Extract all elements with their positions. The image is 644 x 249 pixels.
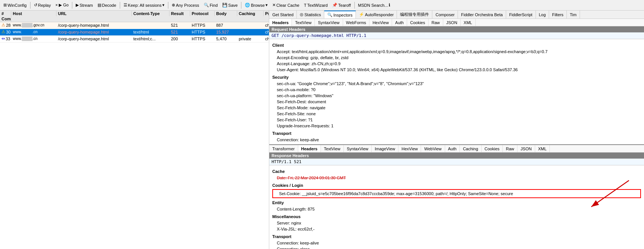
response-headers-content: Cache Date: Fri, 22 Mar 2024 09:01:30 GM… (269, 165, 644, 249)
session-list-panel: # Host URL Content-Type Result Protocol … (0, 11, 269, 249)
header-resp-connection-1: Connection: keep-alive (272, 240, 641, 246)
resp-tab-transformer[interactable]: Transformer (269, 145, 298, 152)
resp-tab-cookies[interactable]: Cookies (482, 145, 503, 152)
insp-tab-textview[interactable]: TextView (292, 19, 315, 26)
tearoff-icon: 📌 (332, 3, 337, 8)
stream-button[interactable]: ▶ Stream (74, 2, 95, 8)
cell-host: www.████.cn (11, 29, 56, 34)
transport-section-label: Transport (272, 130, 641, 136)
cell-host: www.████.cn (11, 36, 56, 41)
keep-sessions-button[interactable]: ☰ Keep: All sessions ▾ (122, 2, 166, 8)
header-sec-ch-ua: sec-ch-ua: "Google Chrome";v="123", "Not… (272, 81, 641, 87)
header-sec-fetch-site: Sec-Fetch-Site: none (272, 111, 641, 117)
request-panel: Request Headers GET /corp-query-homepage… (269, 26, 644, 145)
tearoff-button[interactable]: 📌 Tearoff (330, 2, 353, 8)
cell-url: /corp-query-homepage.html (56, 23, 132, 28)
resp-tab-imageview[interactable]: ImageView (372, 145, 398, 152)
col-url: URL (56, 11, 132, 16)
resp-tab-xml[interactable]: XML (535, 145, 550, 152)
cell-content-type: text/html;c... (132, 36, 169, 41)
browse-button[interactable]: 🌐 Browse ▾ (243, 2, 270, 8)
save-icon: 💾 (222, 3, 227, 8)
keep-dropdown-icon: ▾ (162, 3, 165, 8)
decode-button[interactable]: ▤ Decode (96, 2, 118, 8)
statistics-icon: ◎ (300, 12, 304, 17)
resp-tab-json[interactable]: JSON (517, 145, 535, 152)
tab-inspectors[interactable]: 🔍 Inspectors (324, 11, 356, 18)
col-num: # (0, 11, 11, 16)
any-process-button[interactable]: ⊕ Any Process (170, 2, 201, 8)
inspector-panel: Get Started ◎ Statistics 🔍 Inspectors ⚡ … (269, 11, 644, 249)
tab-fiddler-orchestra[interactable]: Fiddler Orchestra Beta (458, 11, 506, 18)
clear-cache-button[interactable]: ✕ Clear Cache (270, 2, 301, 8)
winconfig-icon: ⊞ (3, 3, 7, 8)
process-icon: ⊕ (172, 3, 175, 8)
insp-tab-hexview[interactable]: HexView (369, 19, 392, 26)
header-date: Date: Fri, 22 Mar 2024 09:01:30 GMT (272, 175, 641, 181)
tab-composer[interactable]: Composer (432, 11, 458, 18)
insp-tab-headers[interactable]: Headers (269, 19, 292, 26)
toolbar-separator-6 (354, 2, 355, 9)
insp-tab-json[interactable]: JSON (443, 19, 461, 26)
request-url-line: GET /corp-query-homepage.html HTTP/1.1 (269, 32, 644, 39)
go-button[interactable]: × ▶ Go (53, 2, 70, 8)
clear-icon: ✕ (272, 3, 276, 8)
replay-button[interactable]: ↺ Replay (32, 2, 53, 8)
save-button[interactable]: 💾 Save (220, 2, 240, 8)
tab-biancheng[interactable]: 编程猫专用插件 (397, 11, 432, 18)
warning-icon: ⚠ (2, 29, 5, 34)
header-accept-language: Accept-Language: zh-CN,zh;q=0.9 (272, 61, 641, 67)
textwizard-icon: T (304, 3, 307, 8)
cell-url: /corp-query-homepage.html (56, 36, 132, 41)
resp-tab-caching[interactable]: Caching (460, 145, 481, 152)
cell-comment (0, 28, 11, 29)
resp-tab-hexview[interactable]: HexView (398, 145, 421, 152)
insp-tab-auth[interactable]: Auth (392, 19, 407, 26)
msdn-search-input-container[interactable]: MSDN Search... ℹ (356, 2, 392, 8)
toolbar-separator-2 (72, 2, 72, 9)
msdn-info-icon: ℹ (389, 3, 390, 8)
header-sec-ch-ua-platform: sec-ch-ua-platform: "Windows" (272, 93, 641, 99)
decode-icon: ▤ (98, 3, 101, 8)
header-set-cookie: Set-Cookie: __jsluid_s=e5c705bee16f96da7… (275, 191, 639, 197)
cell-result: 200 (169, 36, 190, 41)
session-list: ⚠ 28 www.████.gov.cn /corp-query-homepag… (0, 22, 269, 249)
textwizard-button[interactable]: T TextWizard (302, 2, 330, 8)
tab-filters[interactable]: Filters (549, 11, 567, 18)
tab-statistics[interactable]: ◎ Statistics (297, 11, 324, 18)
resp-tab-headers[interactable]: Headers (298, 145, 321, 152)
cell-protocol: HTTPS (190, 36, 215, 41)
response-headers-label: Response Headers (269, 153, 644, 159)
insp-tab-syntaxview[interactable]: SyntaxView (315, 19, 343, 26)
cell-process: chrome... (264, 23, 269, 28)
resp-tab-textview[interactable]: TextView (321, 145, 344, 152)
cell-process: chrome... (264, 29, 269, 35)
winconfig-button[interactable]: ⊞ WinConfig (2, 2, 29, 8)
resp-tab-webview[interactable]: WebView (421, 145, 445, 152)
tab-autoresponder[interactable]: ⚡ AutoResponder (356, 11, 397, 18)
resp-tab-auth[interactable]: Auth (445, 145, 460, 152)
toolbar: ⊞ WinConfig ↺ Replay × ▶ Go ▶ Stream ▤ D… (0, 0, 644, 11)
cell-result: 521 (169, 23, 190, 28)
header-accept-encoding: Accept-Encoding: gzip, deflate, br, zstd (272, 55, 641, 61)
insp-tab-xml[interactable]: XML (461, 19, 476, 26)
tab-get-started[interactable]: Get Started (269, 11, 297, 18)
table-row[interactable]: ⚠ 30 www.████.cn /corp-query-homepage.ht… (0, 29, 269, 36)
cell-protocol: HTTPS (190, 29, 215, 35)
col-caching: Caching (237, 11, 264, 16)
insp-tab-cookies[interactable]: Cookies (407, 19, 429, 26)
table-row[interactable]: ⚠ 28 www.████.gov.cn /corp-query-homepag… (0, 22, 269, 29)
toolbar-separator-3 (120, 2, 120, 9)
insp-tab-raw[interactable]: Raw (429, 19, 443, 26)
tab-fiddlerscript[interactable]: FiddlerScript (506, 11, 536, 18)
resp-tab-syntaxview[interactable]: SyntaxView (344, 145, 372, 152)
toolbar-separator (30, 2, 31, 9)
find-button[interactable]: 🔍 Find (202, 2, 220, 8)
insp-tab-webforms[interactable]: WebForms (343, 19, 370, 26)
resp-tab-raw[interactable]: Raw (503, 145, 517, 152)
tab-tim[interactable]: Tim (567, 11, 580, 18)
cell-num: ⚠ 28 (0, 22, 11, 28)
table-row[interactable]: ⇔ 33 www.████.cn /corp-query-homepage.ht… (0, 36, 269, 43)
tab-log[interactable]: Log (536, 11, 549, 18)
col-content-type: Content-Type (132, 11, 169, 16)
